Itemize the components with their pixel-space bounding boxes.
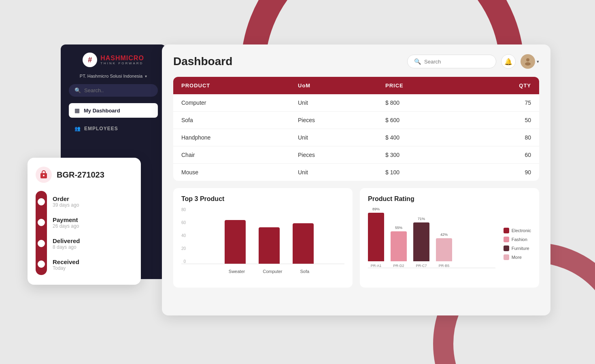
product-table: PRODUCT UoM PRICE QTY Computer Unit $ 80… bbox=[173, 77, 539, 181]
col-qty: QTY bbox=[473, 83, 531, 89]
col-product: PRODUCT bbox=[181, 83, 298, 89]
step-dot-3 bbox=[38, 240, 45, 247]
employees-label: EMPLOYEES bbox=[84, 126, 118, 131]
bar-label-computer: Computer bbox=[263, 269, 282, 274]
company-name: PT. Hashmicro Solusi Indonesia bbox=[80, 74, 142, 78]
brand-tagline: THINK FORWARD bbox=[100, 61, 144, 65]
table-row: Sofa Pieces $ 600 50 bbox=[173, 112, 539, 129]
bar-label-sweater: Sweater bbox=[229, 269, 245, 274]
rating-legend: Electronic Fashion Furniture More bbox=[500, 207, 531, 280]
brand-name: HASHMICRO bbox=[100, 55, 144, 62]
step-delivered-time: 8 days ago bbox=[53, 244, 133, 250]
cell-qty: 90 bbox=[473, 169, 531, 176]
rating-bars-area: 89% PR-A1 55% PR-D2 71% PR-C7 bbox=[368, 207, 495, 268]
step-dot-4 bbox=[38, 260, 45, 268]
table-row: Handphone Unit $ 400 80 bbox=[173, 129, 539, 146]
step-payment: Payment 26 days ago bbox=[53, 212, 133, 233]
col-uom: UoM bbox=[298, 83, 385, 89]
step-dot-1 bbox=[38, 198, 45, 205]
svg-point-0 bbox=[526, 58, 529, 61]
table-row: Computer Unit $ 800 75 bbox=[173, 94, 539, 112]
rating-bar-prb5: 42% PR-B5 bbox=[436, 233, 452, 268]
step-payment-label: Payment bbox=[53, 216, 133, 223]
cell-product: Computer bbox=[181, 99, 298, 106]
sidebar-logo: # HASHMICRO THINK FORWARD bbox=[76, 53, 151, 67]
cell-uom: Unit bbox=[298, 134, 385, 141]
cell-qty: 60 bbox=[473, 152, 531, 158]
step-received: Received Today bbox=[53, 254, 133, 275]
cell-price: $ 600 bbox=[385, 117, 473, 123]
order-id: BGR-271023 bbox=[57, 170, 104, 180]
avatar[interactable] bbox=[521, 54, 535, 69]
col-price: PRICE bbox=[385, 83, 473, 89]
panel-header: Dashboard 🔍 🔔 ▾ bbox=[173, 54, 539, 69]
cell-product: Handphone bbox=[181, 134, 298, 141]
rating-chart-wrap: 89% PR-A1 55% PR-D2 71% PR-C7 bbox=[368, 207, 531, 280]
legend-furniture: Furniture bbox=[504, 245, 531, 251]
sidebar-item-dashboard[interactable]: ▦ My Dashboard bbox=[69, 103, 158, 118]
cell-product: Mouse bbox=[181, 169, 298, 176]
step-order-label: Order bbox=[53, 195, 133, 202]
rating-chart-title: Product Rating bbox=[368, 195, 531, 203]
cell-uom: Pieces bbox=[298, 117, 385, 123]
top3-chart-wrap: 80 60 40 20 0 bbox=[181, 207, 344, 280]
bar-sweater bbox=[225, 220, 246, 264]
legend-electronic: Electronic bbox=[504, 228, 531, 233]
main-search-input[interactable] bbox=[424, 59, 489, 65]
order-timeline: Order 39 days ago Payment 26 days ago De… bbox=[36, 191, 133, 275]
timeline-track bbox=[36, 191, 47, 275]
step-dot-2 bbox=[38, 219, 45, 226]
main-panel: Dashboard 🔍 🔔 ▾ PRODUCT UoM PRICE QTY Co bbox=[162, 44, 550, 315]
bar-label-sofa: Sofa bbox=[300, 269, 310, 274]
bar-computer bbox=[259, 227, 280, 264]
cell-product: Sofa bbox=[181, 117, 298, 123]
main-search-box[interactable]: 🔍 bbox=[407, 55, 496, 68]
cell-qty: 80 bbox=[473, 134, 531, 141]
sidebar-search-input[interactable] bbox=[84, 87, 152, 93]
top3-chart-card: Top 3 Product 80 60 40 20 0 bbox=[173, 188, 353, 288]
timeline-pill bbox=[36, 191, 47, 275]
sidebar-search-box[interactable]: 🔍 bbox=[69, 84, 158, 97]
cell-price: $ 800 bbox=[385, 99, 473, 106]
top3-chart-title: Top 3 Product bbox=[181, 195, 344, 203]
top3-chart-area: 80 60 40 20 0 bbox=[181, 207, 344, 264]
avatar-chevron-icon[interactable]: ▾ bbox=[537, 59, 539, 64]
sidebar-search-icon: 🔍 bbox=[74, 87, 81, 93]
company-selector[interactable]: PT. Hashmicro Solusi Indonesia ▾ bbox=[80, 74, 147, 78]
timeline-steps: Order 39 days ago Payment 26 days ago De… bbox=[53, 191, 133, 275]
table-body: Computer Unit $ 800 75 Sofa Pieces $ 600… bbox=[173, 94, 539, 181]
notification-button[interactable]: 🔔 bbox=[501, 54, 516, 69]
main-search-icon: 🔍 bbox=[414, 58, 421, 65]
table-row: Chair Pieces $ 300 60 bbox=[173, 146, 539, 164]
step-payment-time: 26 days ago bbox=[53, 223, 133, 229]
cell-product: Chair bbox=[181, 152, 298, 158]
cell-price: $ 100 bbox=[385, 169, 473, 176]
table-row: Mouse Unit $ 100 90 bbox=[173, 164, 539, 181]
table-header: PRODUCT UoM PRICE QTY bbox=[173, 77, 539, 94]
sidebar-item-employees[interactable]: 👥 EMPLOYEES bbox=[69, 123, 158, 135]
bar-sofa bbox=[293, 223, 314, 264]
step-received-label: Received bbox=[53, 258, 133, 265]
rating-bar-pra1: 89% PR-A1 bbox=[368, 207, 384, 268]
rating-chart-card: Product Rating 89% PR-A1 55% PR-D2 bbox=[360, 188, 539, 288]
rating-bar-prc7: 71% PR-C7 bbox=[413, 217, 429, 268]
step-order: Order 39 days ago bbox=[53, 191, 133, 212]
logo-icon: # bbox=[83, 53, 97, 67]
company-chevron-icon: ▾ bbox=[145, 74, 147, 78]
cell-price: $ 400 bbox=[385, 134, 473, 141]
rating-bar-prd2: 55% PR-D2 bbox=[391, 226, 407, 268]
order-card: BGR-271023 Order 39 days ago Payment 26 … bbox=[28, 158, 141, 285]
logo-text: HASHMICRO THINK FORWARD bbox=[100, 55, 144, 66]
cell-qty: 50 bbox=[473, 117, 531, 123]
charts-row: Top 3 Product 80 60 40 20 0 bbox=[173, 188, 539, 288]
step-order-time: 39 days ago bbox=[53, 202, 133, 208]
cell-uom: Unit bbox=[298, 169, 385, 176]
order-card-header: BGR-271023 bbox=[36, 167, 133, 183]
step-received-time: Today bbox=[53, 265, 133, 271]
legend-more: More bbox=[504, 254, 531, 260]
sidebar-item-label: My Dashboard bbox=[84, 108, 120, 114]
order-icon bbox=[36, 167, 52, 183]
header-right: 🔍 🔔 ▾ bbox=[407, 54, 539, 69]
cell-uom: Unit bbox=[298, 99, 385, 106]
legend-fashion: Fashion bbox=[504, 237, 531, 242]
